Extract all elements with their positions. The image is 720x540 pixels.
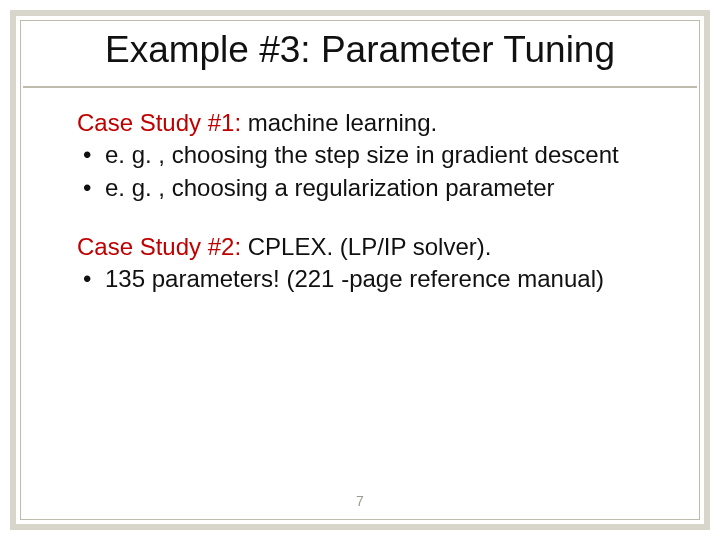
case2-text: CPLEX. (LP/IP solver). [241, 233, 491, 260]
case1-label: Case Study #1: [77, 109, 241, 136]
slide-title: Example #3: Parameter Tuning [43, 29, 677, 72]
case1-bullets: e. g. , choosing the step size in gradie… [77, 140, 651, 203]
slide-frame: Example #3: Parameter Tuning Case Study … [10, 10, 710, 530]
case2-label: Case Study #2: [77, 233, 241, 260]
list-item: 135 parameters! (221 -page reference man… [77, 264, 651, 295]
list-item: e. g. , choosing the step size in gradie… [77, 140, 651, 171]
inner-frame: Example #3: Parameter Tuning Case Study … [20, 20, 700, 520]
case2-bullets: 135 parameters! (221 -page reference man… [77, 264, 651, 295]
page-number: 7 [21, 493, 699, 509]
slide-content: Case Study #1: machine learning. e. g. ,… [21, 88, 699, 296]
case-study-1: Case Study #1: machine learning. e. g. ,… [77, 108, 651, 204]
title-container: Example #3: Parameter Tuning [23, 23, 697, 88]
list-item: e. g. , choosing a regularization parame… [77, 173, 651, 204]
case1-text: machine learning. [241, 109, 437, 136]
case-study-2: Case Study #2: CPLEX. (LP/IP solver). 13… [77, 232, 651, 295]
